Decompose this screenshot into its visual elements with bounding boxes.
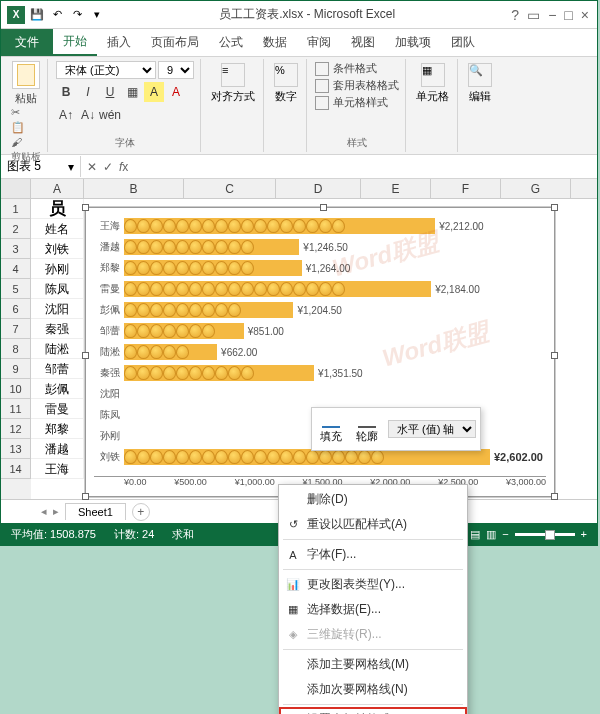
row-header[interactable]: 13 [1,439,31,459]
row-header[interactable]: 2 [1,219,31,239]
redo-icon[interactable]: ↷ [69,7,85,23]
row-header[interactable]: 1 [1,199,31,219]
cell[interactable]: 郑黎 [31,419,84,439]
col-header[interactable]: E [361,179,431,198]
tab-insert[interactable]: 插入 [97,29,141,56]
font-size-select[interactable]: 9 [158,61,194,79]
cell[interactable]: 王海 [31,459,84,479]
cell[interactable]: 邹蕾 [31,359,84,379]
copy-icon[interactable]: 📋 [11,121,41,134]
underline-button[interactable]: U [100,82,120,102]
border-button[interactable]: ▦ [122,82,142,102]
row-header[interactable]: 7 [1,319,31,339]
bar-fill[interactable] [124,449,490,465]
row-header[interactable]: 9 [1,359,31,379]
editing-button[interactable]: 🔍编辑 [466,61,494,106]
cm-change-chart-type[interactable]: 📊更改图表类型(Y)... [279,572,467,597]
cm-format-axis[interactable]: ⎍设置坐标轴格式(F)... [279,707,467,714]
cell[interactable]: 陈凤 [31,279,84,299]
next-sheet-icon[interactable]: ▸ [53,505,59,518]
outline-button[interactable]: 轮廓 [352,412,382,446]
fx-icon[interactable]: fx [119,160,128,174]
embedded-chart[interactable]: 王海¥2,212.00潘越¥1,246.50郑黎¥1,264.00雷曼¥2,18… [85,207,555,497]
bar-fill[interactable] [124,302,293,318]
number-button[interactable]: %数字 [272,61,300,106]
view-layout-icon[interactable]: ▤ [470,528,480,541]
confirm-formula-icon[interactable]: ✓ [103,160,113,174]
bar-fill[interactable] [124,281,431,297]
chevron-down-icon[interactable]: ▾ [68,160,74,174]
col-header[interactable]: C [184,179,276,198]
view-break-icon[interactable]: ▥ [486,528,496,541]
minimize-icon[interactable]: − [548,7,556,23]
cond-format-button[interactable]: 条件格式 [315,61,399,76]
cm-reset-style[interactable]: ↺重设以匹配样式(A) [279,512,467,537]
cell[interactable]: 陆淞 [31,339,84,359]
row-header[interactable]: 8 [1,339,31,359]
fill-color-button[interactable]: A [144,82,164,102]
maximize-icon[interactable]: □ [564,7,572,23]
tab-team[interactable]: 团队 [441,29,485,56]
col-header[interactable]: A [31,179,84,198]
font-name-select[interactable]: 宋体 (正文) [56,61,156,79]
table-format-button[interactable]: 套用表格格式 [315,78,399,93]
cell-styles-button[interactable]: 单元格样式 [315,95,399,110]
col-header[interactable]: G [501,179,571,198]
bar-fill[interactable] [124,365,314,381]
bar-fill[interactable] [124,344,217,360]
cm-add-minor-gridlines[interactable]: 添加次要网格线(N) [279,677,467,702]
bar-fill[interactable] [124,239,299,255]
paste-button[interactable]: 粘贴 [11,61,41,106]
qat-dropdown-icon[interactable]: ▾ [89,7,105,23]
cell[interactable]: 员 [31,199,84,219]
name-box[interactable]: 图表 5▾ [1,156,81,177]
row-header[interactable]: 3 [1,239,31,259]
fill-button[interactable]: 填充 [316,412,346,446]
cm-add-major-gridlines[interactable]: 添加主要网格线(M) [279,652,467,677]
save-icon[interactable]: 💾 [29,7,45,23]
prev-sheet-icon[interactable]: ◂ [41,505,47,518]
ribbon-collapse-icon[interactable]: ▭ [527,7,540,23]
cells-button[interactable]: ▦单元格 [414,61,451,106]
cell[interactable]: 沈阳 [31,299,84,319]
inc-font-icon[interactable]: A↑ [56,105,76,125]
row-header[interactable]: 14 [1,459,31,479]
row-header[interactable]: 11 [1,399,31,419]
tab-layout[interactable]: 页面布局 [141,29,209,56]
tab-data[interactable]: 数据 [253,29,297,56]
align-button[interactable]: ≡对齐方式 [209,61,257,106]
cell[interactable]: 秦强 [31,319,84,339]
format-painter-icon[interactable]: 🖌 [11,136,41,148]
cm-select-data[interactable]: ▦选择数据(E)... [279,597,467,622]
zoom-slider[interactable] [515,533,575,536]
tab-view[interactable]: 视图 [341,29,385,56]
bar-fill[interactable] [124,218,435,234]
undo-icon[interactable]: ↶ [49,7,65,23]
font-color-button[interactable]: A [166,82,186,102]
row-header[interactable]: 10 [1,379,31,399]
cell[interactable]: 雷曼 [31,399,84,419]
bold-button[interactable]: B [56,82,76,102]
row-header[interactable]: 5 [1,279,31,299]
help-icon[interactable]: ? [511,7,519,23]
row-header[interactable]: 12 [1,419,31,439]
zoom-out-icon[interactable]: − [502,528,508,540]
tab-home[interactable]: 开始 [53,29,97,56]
cell[interactable]: 刘铁 [31,239,84,259]
col-header[interactable]: B [84,179,184,198]
zoom-in-icon[interactable]: + [581,528,587,540]
cell[interactable]: 姓名 [31,219,84,239]
italic-button[interactable]: I [78,82,98,102]
cancel-formula-icon[interactable]: ✕ [87,160,97,174]
row-header[interactable]: 4 [1,259,31,279]
tab-file[interactable]: 文件 [1,29,53,56]
row-header[interactable]: 6 [1,299,31,319]
col-header[interactable]: D [276,179,361,198]
chart-element-select[interactable]: 水平 (值) 轴 [388,420,476,438]
select-all-corner[interactable] [1,179,31,198]
add-sheet-button[interactable]: + [132,503,150,521]
tab-review[interactable]: 审阅 [297,29,341,56]
dec-font-icon[interactable]: A↓ [78,105,98,125]
col-header[interactable]: F [431,179,501,198]
cell[interactable]: 彭佩 [31,379,84,399]
